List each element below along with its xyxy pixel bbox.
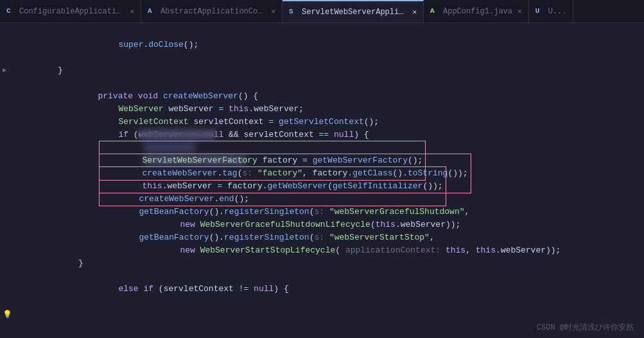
gutter-line-18 [0,244,26,257]
tab-icon-configurable: C [6,7,15,16]
gutter-line-fold[interactable]: ▶ [0,64,26,77]
code-token-this5: this [476,245,496,255]
gutter-line-6 [0,90,26,103]
line-gutter: ​ ▶ 💡 [0,23,32,338]
code-line-close-if: } [32,257,644,270]
code-token-null3: null [254,284,274,294]
code-line-super: super.doClose(); [32,39,644,51]
gutter-line-7 [0,103,26,116]
tab-label-u: U... [548,7,567,16]
tab-configurable[interactable]: C ConfigurableApplicationContext.java ✕ [0,0,141,22]
tab-abstract[interactable]: A AbstractApplicationContext.java ✕ [141,0,283,22]
gutter-line-15 [0,206,26,218]
editor-container: ​ ▶ 💡 super.doClose(); [0,23,644,338]
code-line-empty2 [32,51,644,64]
gutter-line-17 [0,231,26,244]
gutter-line-21 [0,283,26,296]
close-tab-abstract[interactable]: ✕ [271,7,275,15]
code-token-new2: new [180,245,195,255]
gutter-line-2: ​ [0,39,26,51]
tab-label-appconfig: AppConfig1.java [443,7,512,16]
gutter-line-11 [0,154,26,167]
gutter-line-8 [0,116,26,129]
gutter-line-23: 💡 [0,308,26,321]
gutter-line-12 [0,167,26,180]
code-token-null2: null [334,130,354,139]
tab-servlet[interactable]: S ServletWebServerApplicationContext.jav… [283,0,424,22]
gutter-line-20 [0,270,26,283]
tab-label-abstract: AbstractApplicationContext.java [161,7,266,16]
code-token-getselfinit: getSelfInitializer [333,181,422,191]
tab-bar: C ConfigurableApplicationContext.java ✕ … [0,0,644,23]
code-line-startstop-new: new WebServerStartStopLifecycle( applica… [32,244,644,257]
code-token-super: super [118,40,143,49]
tab-u[interactable]: U U... [529,0,574,22]
code-area: super.doClose(); } private void createWe… [32,23,644,338]
tab-icon-abstract: A [148,7,157,16]
gutter-line-5 [0,77,26,90]
gutter-line-16 [0,218,26,231]
code-token-servletctx-check: servletContext [164,284,234,294]
gutter-line-14 [0,193,26,206]
bulb-icon[interactable]: 💡 [3,308,12,321]
gutter-line-22 [0,296,26,308]
gutter-line-10 [0,141,26,154]
code-token-if-servlet: servletContext [244,130,314,139]
code-token-this4: this [446,245,466,255]
code-token-getwebserver: getWebServer [268,181,328,191]
close-tab-configurable[interactable]: ✕ [130,7,134,15]
gutter-line-13 [0,180,26,193]
fold-icon[interactable]: ▶ [3,64,6,77]
code-token-startstop-type: WebServerStartStopLifecycle [200,245,336,255]
close-tab-servlet[interactable]: ✕ [412,8,417,16]
code-token-doclose: doClose [148,40,184,49]
gutter-line-9 [0,129,26,141]
close-tab-appconfig[interactable]: ✕ [518,7,522,15]
tab-appconfig[interactable]: A AppConfig1.java ✕ [424,0,529,22]
tab-label-configurable: ConfigurableApplicationContext.java [19,7,125,16]
watermark: CSDN @时光清浅び许你安然 [537,322,634,333]
code-token-ws-ref2: webServer [501,245,546,255]
gutter-line-3 [0,51,26,64]
code-token-else: else if [118,284,153,294]
tab-icon-u: U [535,7,544,16]
tab-icon-appconfig: A [430,7,439,16]
gutter-line-19 [0,257,26,270]
code-token-appctx-label: applicationContext: [345,245,446,255]
code-line-brace: } [32,64,644,77]
gutter-line-1 [0,26,26,39]
tab-icon-servlet: S [289,8,298,17]
tab-label-servlet: ServletWebServerApplicationContext.java [302,8,407,17]
code-line-elseif: else if (servletContext != null) { [32,283,644,296]
